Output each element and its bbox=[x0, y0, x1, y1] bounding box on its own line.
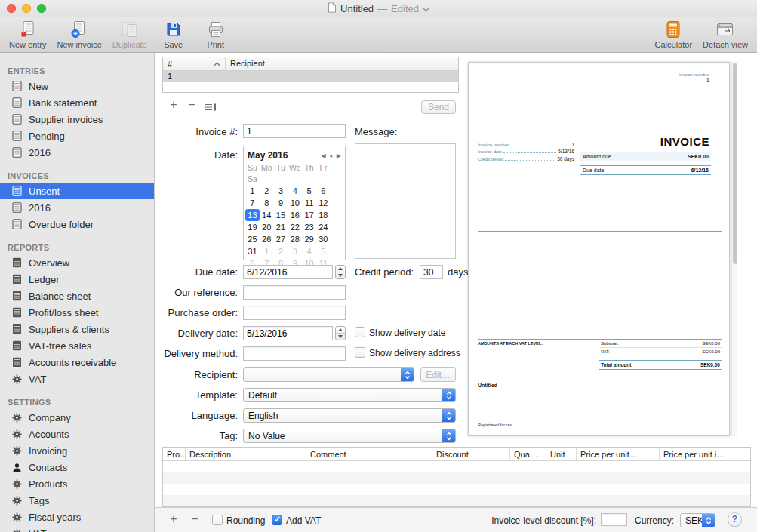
add-vat-checkbox[interactable] bbox=[272, 515, 282, 525]
calendar-day[interactable]: 3 bbox=[274, 185, 288, 197]
calendar-day[interactable]: 4 bbox=[302, 245, 316, 257]
invoice-discount-input[interactable] bbox=[601, 513, 627, 526]
calendar-day[interactable]: 21 bbox=[274, 221, 288, 233]
calendar-next-icon[interactable]: ▶ bbox=[337, 152, 341, 159]
toolbar-save-button[interactable]: Save bbox=[158, 20, 189, 49]
sidebar-item-overdue-folder[interactable]: Overdue folder bbox=[0, 216, 154, 232]
toolbar-calculator-button[interactable]: Calculator bbox=[655, 20, 693, 49]
remove-entry-button[interactable]: − bbox=[185, 98, 198, 112]
sidebar-item-ledger[interactable]: Ledger bbox=[0, 271, 154, 288]
sidebar-item-invoicing[interactable]: Invoicing bbox=[0, 442, 154, 459]
calendar-day[interactable]: 5 bbox=[302, 185, 316, 197]
currency-select[interactable]: SEK bbox=[680, 513, 715, 527]
items-column-header[interactable]: Pro… bbox=[163, 448, 186, 460]
window-edited-state[interactable]: Edited bbox=[391, 3, 419, 14]
line-item-row[interactable] bbox=[163, 472, 750, 484]
remove-line-item-button[interactable]: − bbox=[188, 512, 202, 526]
calendar-day[interactable]: 26 bbox=[260, 233, 274, 245]
sidebar-item-2016[interactable]: 2016 bbox=[0, 199, 154, 216]
sidebar-item-vat-free-sales[interactable]: VAT-free sales bbox=[0, 337, 154, 354]
calendar-day[interactable]: 17 bbox=[302, 209, 316, 221]
calendar-today-icon[interactable]: ● bbox=[330, 153, 333, 158]
credit-period-input[interactable] bbox=[420, 265, 443, 279]
toolbar-new-invoice-button[interactable]: New invoice bbox=[57, 20, 102, 49]
add-line-item-button[interactable]: + bbox=[167, 512, 180, 526]
sidebar-item-products[interactable]: Products bbox=[0, 475, 154, 492]
sidebar-item-vat[interactable]: VAT bbox=[0, 371, 154, 387]
calendar-day[interactable]: 28 bbox=[288, 233, 302, 245]
calendar-day[interactable]: 2 bbox=[260, 185, 274, 197]
due-date-input[interactable] bbox=[243, 265, 333, 279]
calendar-day[interactable]: 9 bbox=[274, 197, 288, 209]
show-delivery-address-checkbox[interactable] bbox=[355, 347, 365, 358]
calendar-day[interactable]: 24 bbox=[316, 221, 331, 233]
calendar-day[interactable]: 11 bbox=[302, 197, 316, 209]
calendar-day[interactable]: 2 bbox=[274, 245, 288, 257]
column-header-recipient[interactable]: Recipient bbox=[226, 57, 458, 70]
calendar-day[interactable]: 8 bbox=[260, 197, 274, 209]
sidebar-item-supplier-invoices[interactable]: Supplier invoices bbox=[0, 111, 154, 128]
chevron-down-icon[interactable] bbox=[423, 3, 429, 14]
reorder-rows-icon[interactable] bbox=[205, 101, 217, 115]
calendar-day[interactable]: 31 bbox=[245, 245, 260, 257]
sidebar-item-profit-loss-sheet[interactable]: Profit/loss sheet bbox=[0, 304, 154, 321]
due-date-stepper[interactable] bbox=[335, 265, 346, 279]
show-delivery-date-checkbox[interactable] bbox=[355, 327, 365, 337]
calendar-day[interactable]: 10 bbox=[288, 197, 302, 209]
sidebar-item-accounts-receivable[interactable]: Accounts receivable bbox=[0, 354, 154, 371]
close-button[interactable] bbox=[7, 4, 16, 13]
toolbar-new-entry-button[interactable]: New entry bbox=[9, 20, 47, 49]
line-item-row[interactable] bbox=[163, 461, 750, 472]
calendar-day[interactable]: 19 bbox=[245, 221, 260, 233]
calendar-day[interactable]: 18 bbox=[316, 209, 331, 221]
items-column-header[interactable]: Description bbox=[186, 448, 306, 460]
calendar-prev-icon[interactable]: ◀ bbox=[321, 152, 325, 159]
line-item-row[interactable] bbox=[163, 484, 750, 495]
calendar-day[interactable]: 5 bbox=[316, 245, 331, 257]
items-column-header[interactable]: Price per unit… bbox=[577, 448, 660, 460]
items-column-header[interactable]: Qua… bbox=[510, 448, 546, 460]
calendar-day[interactable]: 4 bbox=[288, 185, 302, 197]
calendar-day[interactable]: 13 bbox=[245, 209, 260, 221]
calendar-day[interactable]: 23 bbox=[302, 221, 316, 233]
calendar-day[interactable]: 29 bbox=[302, 233, 316, 245]
sidebar-item-balance-sheet[interactable]: Balance sheet bbox=[0, 288, 154, 304]
preview-scrollbar-thumb[interactable] bbox=[733, 63, 737, 264]
message-textarea[interactable] bbox=[355, 143, 456, 259]
sidebar-item-2016[interactable]: 2016 bbox=[0, 144, 154, 161]
toolbar-detach-view-button[interactable]: Detach view bbox=[703, 20, 748, 49]
template-select[interactable]: Default bbox=[243, 388, 456, 402]
entries-row-empty[interactable] bbox=[163, 82, 458, 94]
delivery-method-input[interactable] bbox=[243, 346, 346, 361]
delivery-date-input[interactable] bbox=[243, 326, 333, 340]
sidebar-item-overview[interactable]: Overview bbox=[0, 254, 154, 271]
delivery-date-stepper[interactable] bbox=[335, 326, 346, 340]
add-entry-button[interactable]: + bbox=[167, 98, 180, 112]
calendar-day[interactable]: 12 bbox=[316, 197, 331, 209]
calendar-day[interactable]: 22 bbox=[288, 221, 302, 233]
column-header-number[interactable]: # bbox=[163, 57, 226, 70]
items-column-header[interactable]: Discount bbox=[432, 448, 510, 460]
purchase-order-input[interactable] bbox=[243, 306, 346, 320]
help-button[interactable]: ? bbox=[728, 512, 742, 527]
entries-row[interactable]: 1 bbox=[163, 71, 458, 82]
sidebar-item-pending[interactable]: Pending bbox=[0, 128, 154, 144]
calendar-day[interactable]: 6 bbox=[316, 185, 331, 197]
calendar-day[interactable]: 7 bbox=[245, 197, 260, 209]
calendar-day[interactable]: 16 bbox=[288, 209, 302, 221]
invoice-number-input[interactable] bbox=[243, 124, 346, 138]
sidebar-item-bank-statement[interactable]: Bank statement bbox=[0, 94, 154, 111]
recipient-select[interactable] bbox=[243, 367, 414, 382]
calendar-day[interactable]: 1 bbox=[260, 245, 274, 257]
sidebar-item-tags[interactable]: Tags bbox=[0, 492, 154, 509]
calendar-day[interactable]: 20 bbox=[260, 221, 274, 233]
language-select[interactable]: English bbox=[243, 408, 456, 423]
calendar-day[interactable]: 25 bbox=[245, 233, 260, 245]
sidebar-item-suppliers-clients[interactable]: Suppliers & clients bbox=[0, 321, 154, 337]
line-item-row[interactable] bbox=[163, 495, 750, 506]
sidebar-item-accounts[interactable]: Accounts bbox=[0, 426, 154, 442]
calendar-day[interactable]: 30 bbox=[316, 233, 331, 245]
calendar-day[interactable]: 14 bbox=[260, 209, 274, 221]
sidebar-item-vat[interactable]: VAT bbox=[0, 525, 154, 532]
calendar-day[interactable]: 1 bbox=[245, 185, 260, 197]
